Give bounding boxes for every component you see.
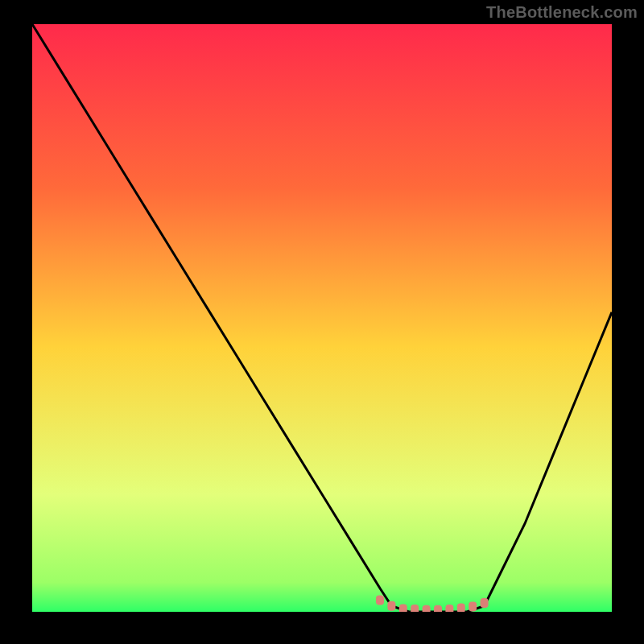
optimal-marker [457, 604, 465, 612]
optimal-marker [481, 598, 489, 608]
optimal-marker [434, 605, 442, 612]
optimal-marker [469, 601, 477, 611]
plot-area [32, 24, 612, 612]
optimal-marker [399, 604, 407, 612]
watermark-text: TheBottleneck.com [486, 3, 638, 22]
optimal-marker [411, 605, 419, 612]
optimal-marker [445, 605, 453, 612]
optimal-marker [387, 601, 395, 611]
chart-container: TheBottleneck.com [0, 0, 644, 644]
bottleneck-chart [32, 24, 612, 612]
optimal-marker [376, 595, 384, 605]
optimal-marker [423, 605, 431, 612]
